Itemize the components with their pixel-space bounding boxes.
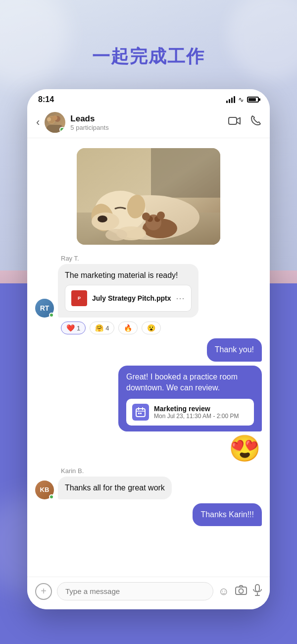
message-group-karin: Karin B. KB Thanks all for the great wor… [27,465,270,501]
status-bar: 8:14 ∿ [27,89,270,108]
back-button[interactable]: ‹ [36,116,40,129]
bubble-left-karin: Thanks all for the great work [58,477,172,499]
bubble-right-thanks-karin: Thanks Karin!!! [193,503,262,526]
reaction-emoji-heart: ❤️ [66,324,75,332]
message-text-thankyou: Thank you! [215,345,254,354]
chat-name: Leads [70,114,228,124]
bubble-left-ray: The marketing material is ready! P July … [58,264,198,318]
mic-button[interactable] [253,584,262,599]
message-text-booked: Great! I booked a practice room downtown… [126,373,238,392]
calendar-card[interactable]: Marketing review Mon Jul 23, 11:30 AM - … [126,399,254,426]
calendar-icon [132,404,149,421]
signal-icon [226,96,235,103]
signal-bar-4 [234,96,235,103]
chat-participants: 5 participants [70,124,228,131]
avatar-initials-ray: RT [40,304,50,312]
header-actions [228,115,261,129]
svg-point-4 [52,115,57,120]
svg-rect-28 [138,413,140,414]
reaction-emoji-fire: 🔥 [124,324,132,332]
reaction-count-hug: 4 [105,324,109,332]
message-group-thankyou: Thank you! [27,336,270,363]
chat-area: Ray T. RT The marketing material is read… [27,138,270,591]
file-attachment[interactable]: P July Strategy Pitch.pptx ··· [65,285,192,312]
signal-bar-3 [231,98,233,103]
add-button[interactable]: + [35,583,52,600]
reaction-hug[interactable]: 🤗 4 [90,322,114,334]
calendar-info: Marketing review Mon Jul 23, 11:30 AM - … [154,405,239,420]
message-group-thanks-karin: Thanks Karin!!! [27,501,270,528]
status-time: 8:14 [38,95,54,104]
reactions-row: ❤️ 1 🤗 4 🔥 😮 [61,322,262,334]
battery-fill [248,98,256,101]
message-text-thanks-karin: Thanks Karin!!! [200,510,254,519]
svg-rect-32 [255,585,259,591]
input-icons: ☺ [218,584,262,599]
bubble-right-thankyou: Thank you! [207,338,262,361]
status-icons: ∿ [226,96,259,104]
pptx-icon: P [71,290,87,306]
message-group-ray: Ray T. RT The marketing material is read… [27,253,270,336]
svg-rect-9 [151,148,220,198]
calendar-time: Mon Jul 23, 11:30 AM - 2:00 PM [154,413,239,420]
reaction-eyes[interactable]: 😮 [142,322,161,334]
calendar-title: Marketing review [154,405,239,413]
online-indicator [59,127,65,132]
phone-call-button[interactable] [250,115,261,129]
big-emoji: 😍 [229,435,261,461]
page-title: 一起完成工作 [0,45,297,69]
message-text-ray: The marketing material is ready! [65,271,178,279]
svg-point-2 [47,117,51,121]
reaction-emoji-eyes: 😮 [147,324,155,332]
message-row-ray: RT The marketing material is ready! P Ju… [35,264,262,318]
chat-header: ‹ Leads 5 participants [27,108,270,138]
online-dot-karin [49,494,54,499]
wifi-icon: ∿ [238,96,244,104]
video-call-button[interactable] [228,116,241,129]
file-name: July Strategy Pitch.pptx [92,294,171,302]
camera-button[interactable] [235,585,247,598]
bubble-right-booked: Great! I booked a practice room downtown… [118,366,262,431]
avatar-ray: RT [35,299,54,318]
svg-point-31 [239,589,244,593]
online-dot-ray [49,313,54,318]
sender-name-karin: Karin B. [61,467,262,475]
emoji-button[interactable]: ☺ [218,585,229,598]
reaction-fire[interactable]: 🔥 [118,322,138,334]
big-emoji-row: 😍 [27,433,270,465]
reaction-count-heart: 1 [77,324,80,332]
phone-frame: 8:14 ∿ ‹ [27,89,270,609]
avatar-karin: KB [35,481,54,499]
svg-point-20 [142,213,150,220]
sender-name-ray: Ray T. [61,255,262,262]
svg-rect-6 [229,117,237,124]
svg-point-21 [157,212,165,219]
input-bar: + ☺ [27,577,270,609]
avatar-initials-karin: KB [40,486,50,493]
message-text-karin: Thanks all for the great work [65,483,165,492]
svg-point-23 [105,229,127,241]
image-message [27,143,270,253]
dog-photo [77,148,220,245]
message-group-booked: Great! I booked a practice room downtown… [27,364,270,433]
svg-point-15 [98,215,107,222]
battery-icon [247,97,259,103]
file-options[interactable]: ··· [176,293,185,304]
message-input[interactable] [57,582,213,600]
chat-info: Leads 5 participants [70,114,228,131]
dog-illustration [77,148,220,245]
message-row-karin: KB Thanks all for the great work [35,477,262,499]
avatar [45,112,65,133]
signal-bar-1 [226,101,228,103]
reaction-emoji-hug: 🤗 [95,324,103,332]
signal-bar-2 [229,99,230,103]
svg-rect-29 [140,413,142,414]
reaction-heart[interactable]: ❤️ 1 [61,322,86,334]
